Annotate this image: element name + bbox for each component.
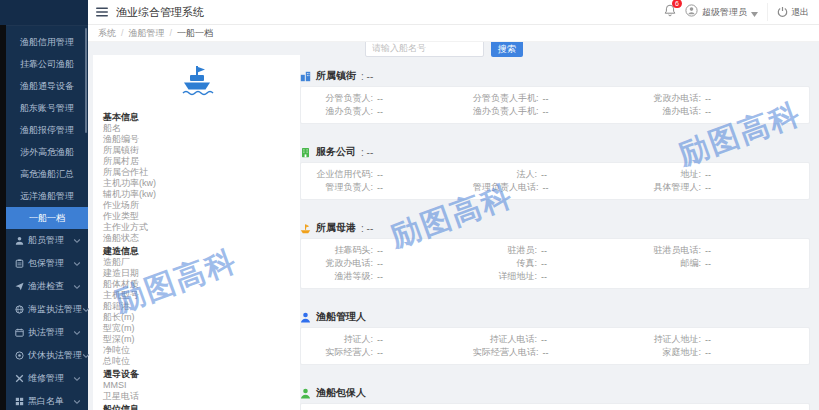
notification-bell[interactable]: 6 <box>664 3 676 21</box>
sidebar-submenu: 渔船信用管理挂靠公司渔船渔船通导设备船东账号管理渔船报停管理涉外高危渔船高危渔船… <box>6 26 88 229</box>
field-cell: 持证人电话:-- <box>473 333 637 346</box>
sidebar-menu-label: 维修管理 <box>28 372 64 385</box>
sidebar-submenu-item[interactable]: 远洋渔船管理 <box>6 185 88 207</box>
user-avatar-icon <box>685 3 698 21</box>
field-row: 企业信用代码:--法人:--地址:-- <box>309 168 801 181</box>
field-label: 渔船状态 <box>103 233 300 244</box>
section: 服务公司: --企业信用代码:--法人:--地址:--管理负责人:--管理负责人… <box>300 146 810 200</box>
sidebar-submenu-item[interactable]: 渔船信用管理 <box>6 31 88 53</box>
field-label: 作业场所 <box>103 200 300 211</box>
sidebar-menu-label: 海监执法管理 <box>28 303 82 316</box>
field-label: 主机型号 <box>103 290 300 301</box>
search-input[interactable] <box>365 40 484 57</box>
field-value: -- <box>705 183 711 193</box>
chevron-down-icon <box>73 261 81 267</box>
field-cell: 党政办电话:-- <box>309 257 473 270</box>
field-label: 船长(m) <box>103 312 300 323</box>
field-label-text: 持证人: <box>309 333 373 346</box>
field-value: -- <box>541 272 547 282</box>
field-cell: 实际经营人:-- <box>309 346 473 359</box>
field-label-text: 渔办电话: <box>637 105 701 118</box>
sidebar-submenu-item[interactable]: 涉外高危渔船 <box>6 141 88 163</box>
breadcrumb-item[interactable]: 一船一档 <box>177 27 213 40</box>
field-label-text: 驻港员: <box>473 244 537 257</box>
field-label-text: 持证人电话: <box>473 333 537 346</box>
field-value: -- <box>377 335 383 345</box>
field-value: -- <box>377 107 383 117</box>
sidebar-menu-item[interactable]: 渔港检查 <box>6 275 88 298</box>
buildings-icon <box>300 71 311 82</box>
field-label-text: 邮编: <box>637 257 701 270</box>
field-cell: 家庭地址:-- <box>637 346 801 359</box>
field-cell: 管理负责人电话:-- <box>473 181 637 194</box>
field-label-text: 实际经营人: <box>309 346 373 359</box>
sidebar-submenu-item[interactable]: 渔船通导设备 <box>6 75 88 97</box>
sidebar-submenu-item[interactable]: 渔船报停管理 <box>6 119 88 141</box>
field-value: -- <box>543 348 549 358</box>
manager-icon <box>300 312 311 323</box>
menu-toggle-icon[interactable] <box>96 7 108 17</box>
chevron-down-icon <box>73 376 81 382</box>
sidebar-menu-item[interactable]: 海监执法管理 <box>6 298 88 321</box>
power-icon <box>777 3 788 21</box>
calendar-icon <box>15 328 24 337</box>
field-cell: 法人:-- <box>473 168 637 181</box>
sidebar-submenu-item[interactable]: 挂靠公司渔船 <box>6 53 88 75</box>
field-value: -- <box>541 335 547 345</box>
sidebar-menu-item[interactable]: 维修管理 <box>6 367 88 390</box>
field-cell: 分管负责人手机:-- <box>473 92 637 105</box>
section-title: 渔船包保人 <box>316 386 366 400</box>
badge-icon <box>15 351 24 360</box>
field-label-text: 家庭地址: <box>637 346 701 359</box>
chevron-down-icon <box>82 307 90 313</box>
sidebar-scrollbar[interactable] <box>85 28 87 133</box>
sidebar-logo <box>0 0 88 26</box>
field-label: 造船厂 <box>103 257 300 268</box>
notification-badge: 6 <box>672 0 682 8</box>
field-label: 卫星电话 <box>103 391 300 402</box>
section-title: 渔船管理人 <box>316 310 366 324</box>
section-card: 持证人:--持证人电话:--持证人地址:--实际经营人:--实际经营人电话:--… <box>300 327 810 365</box>
field-value: -- <box>705 259 711 269</box>
app-title: 渔业综合管理系统 <box>116 5 204 20</box>
field-label-text: 分管负责人: <box>309 92 373 105</box>
field-label: 船名 <box>103 123 300 134</box>
field-cell: 挂靠码头:-- <box>309 244 473 257</box>
field-label: 型宽(m) <box>103 323 300 334</box>
field-row: 渔港等级:--详细地址:-- <box>309 270 801 283</box>
user-menu[interactable]: 超级管理员 <box>685 3 758 21</box>
sidebar-menu-label: 船员管理 <box>28 234 64 247</box>
sidebar-menu-item[interactable]: 黑白名单 <box>6 390 88 410</box>
sidebar-menu-label: 执法管理 <box>28 326 64 339</box>
section-card: 企业信用代码:--法人:--地址:--管理负责人:--管理负责人电话:--具体管… <box>300 162 810 200</box>
sidebar-menu-item[interactable]: 船员管理 <box>6 229 88 252</box>
field-group-title: 建造信息 <box>103 246 300 257</box>
logout-button[interactable]: 退出 <box>767 3 809 21</box>
guarantor-icon <box>300 388 311 399</box>
breadcrumb-item[interactable]: 渔船管理 <box>129 27 165 40</box>
field-value: -- <box>377 170 383 180</box>
sidebar-main-menu: 船员管理包保管理渔港检查海监执法管理执法管理伏休执法管理维修管理黑白名单 <box>6 229 88 410</box>
breadcrumb-separator: / <box>170 28 173 38</box>
sidebar-menu-item[interactable]: 包保管理 <box>6 252 88 275</box>
field-value: -- <box>705 170 711 180</box>
breadcrumb-item[interactable]: 系统 <box>98 27 116 40</box>
field-cell: 详细地址:-- <box>473 270 637 283</box>
field-label-text: 具体管理人: <box>637 181 701 194</box>
section: 所属母港: --挂靠码头:--驻港员:--驻港员电话:--党政办电话:--传真:… <box>300 222 810 289</box>
field-label-text: 地址: <box>637 168 701 181</box>
field-cell: 渔办负责人手机:-- <box>473 105 637 118</box>
sidebar-submenu-item[interactable]: 船东账号管理 <box>6 97 88 119</box>
section-card: 包保人:--包保人电话:--职务:-- <box>300 403 810 410</box>
sidebar-menu-label: 黑白名单 <box>28 395 64 408</box>
sidebar-submenu-item[interactable]: 高危渔船汇总 <box>6 163 88 185</box>
sidebar-submenu-item[interactable]: 一船一档 <box>6 207 88 229</box>
section-header: 服务公司: -- <box>300 146 810 158</box>
sidebar-menu-item[interactable]: 执法管理 <box>6 321 88 344</box>
field-label: 所属合作社 <box>103 167 300 178</box>
field-label: 型深(m) <box>103 334 300 345</box>
sidebar-menu-item[interactable]: 伏休执法管理 <box>6 344 88 367</box>
field-label-text: 渔办负责人: <box>309 105 373 118</box>
sidebar-menu-label: 包保管理 <box>28 257 64 270</box>
ship-icon <box>93 55 300 105</box>
